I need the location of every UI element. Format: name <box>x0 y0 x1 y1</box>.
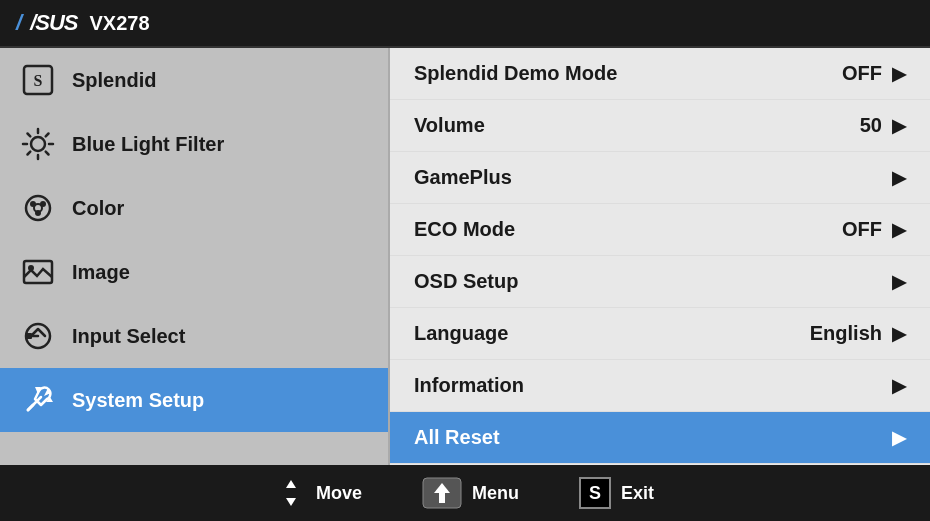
system-setup-icon <box>20 382 56 418</box>
bottom-move: Move <box>276 478 362 508</box>
sidebar-item-color-label: Color <box>72 197 124 220</box>
asus-slash-icon: / <box>16 10 22 36</box>
information-arrow: ▶ <box>892 375 906 397</box>
sidebar-item-blue-light[interactable]: Blue Light Filter <box>0 112 388 176</box>
osd-setup-label: OSD Setup <box>414 270 518 293</box>
menu-item-eco-mode[interactable]: ECO Mode OFF ▶ <box>390 204 930 256</box>
language-value: English <box>810 322 882 345</box>
sidebar-item-splendid-label: Splendid <box>72 69 156 92</box>
monitor-frame: / /SUS VX278 S Splendid <box>0 0 930 521</box>
asus-logo: / /SUS VX278 <box>16 10 150 36</box>
model-name: VX278 <box>89 12 149 35</box>
sidebar: S Splendid <box>0 48 390 465</box>
menu-item-osd-setup[interactable]: OSD Setup ▶ <box>390 256 930 308</box>
all-reset-right: ▶ <box>882 427 906 449</box>
svg-rect-20 <box>26 333 32 339</box>
eco-mode-label: ECO Mode <box>414 218 515 241</box>
sidebar-item-system-setup[interactable]: System Setup <box>0 368 388 432</box>
blue-light-icon <box>20 126 56 162</box>
exit-label: Exit <box>621 483 654 504</box>
eco-mode-right: OFF ▶ <box>842 218 906 241</box>
splendid-demo-right: OFF ▶ <box>842 62 906 85</box>
splendid-demo-label: Splendid Demo Mode <box>414 62 617 85</box>
menu-label: Menu <box>472 483 519 504</box>
svg-line-21 <box>28 405 33 410</box>
main-content: S Splendid <box>0 48 930 465</box>
volume-right: 50 ▶ <box>860 114 906 137</box>
exit-s-icon: S <box>579 477 611 509</box>
svg-line-10 <box>28 152 31 155</box>
osd-setup-right: ▶ <box>882 271 906 293</box>
svg-rect-26 <box>439 493 445 503</box>
bottom-menu: Menu <box>422 477 519 509</box>
gameplus-right: ▶ <box>882 167 906 189</box>
all-reset-arrow: ▶ <box>892 427 906 449</box>
right-panel: Splendid Demo Mode OFF ▶ Volume 50 ▶ Gam… <box>390 48 930 465</box>
svg-point-2 <box>31 137 45 151</box>
menu-item-all-reset[interactable]: All Reset ▶ <box>390 412 930 464</box>
splendid-icon: S <box>20 62 56 98</box>
sidebar-item-image[interactable]: Image <box>0 240 388 304</box>
color-icon <box>20 190 56 226</box>
s-box-icon: S <box>579 477 611 509</box>
move-label: Move <box>316 483 362 504</box>
volume-label: Volume <box>414 114 485 137</box>
volume-arrow: ▶ <box>892 115 906 137</box>
splendid-demo-value: OFF <box>842 62 882 85</box>
sidebar-item-splendid[interactable]: S Splendid <box>0 48 388 112</box>
language-label: Language <box>414 322 508 345</box>
bottom-exit: S Exit <box>579 477 654 509</box>
menu-item-splendid-demo[interactable]: Splendid Demo Mode OFF ▶ <box>390 48 930 100</box>
menu-item-gameplus[interactable]: GamePlus ▶ <box>390 152 930 204</box>
svg-text:S: S <box>34 72 43 89</box>
top-bar: / /SUS VX278 <box>0 0 930 48</box>
gameplus-arrow: ▶ <box>892 167 906 189</box>
menu-item-language[interactable]: Language English ▶ <box>390 308 930 360</box>
svg-point-11 <box>26 196 50 220</box>
brand-name: /SUS <box>30 10 77 36</box>
osd-setup-arrow: ▶ <box>892 271 906 293</box>
splendid-demo-arrow: ▶ <box>892 63 906 85</box>
sidebar-item-blue-light-label: Blue Light Filter <box>72 133 224 156</box>
eco-mode-arrow: ▶ <box>892 219 906 241</box>
language-right: English ▶ <box>810 322 906 345</box>
volume-value: 50 <box>860 114 882 137</box>
all-reset-label: All Reset <box>414 426 500 449</box>
svg-marker-23 <box>286 498 296 506</box>
sidebar-item-input-select[interactable]: Input Select <box>0 304 388 368</box>
svg-marker-22 <box>286 480 296 488</box>
language-arrow: ▶ <box>892 323 906 345</box>
menu-nav-icon <box>422 477 462 509</box>
sidebar-item-system-setup-label: System Setup <box>72 389 204 412</box>
bottom-bar: Move Menu S Exit <box>0 465 930 521</box>
input-select-icon <box>20 318 56 354</box>
sidebar-item-image-label: Image <box>72 261 130 284</box>
information-label: Information <box>414 374 524 397</box>
sidebar-item-input-select-label: Input Select <box>72 325 185 348</box>
svg-line-7 <box>28 134 31 137</box>
eco-mode-value: OFF <box>842 218 882 241</box>
menu-item-volume[interactable]: Volume 50 ▶ <box>390 100 930 152</box>
svg-line-8 <box>46 152 49 155</box>
svg-line-9 <box>46 134 49 137</box>
svg-point-17 <box>28 265 34 271</box>
information-right: ▶ <box>882 375 906 397</box>
menu-item-information[interactable]: Information ▶ <box>390 360 930 412</box>
image-icon <box>20 254 56 290</box>
move-icon <box>276 478 306 508</box>
gameplus-label: GamePlus <box>414 166 512 189</box>
sidebar-item-color[interactable]: Color <box>0 176 388 240</box>
